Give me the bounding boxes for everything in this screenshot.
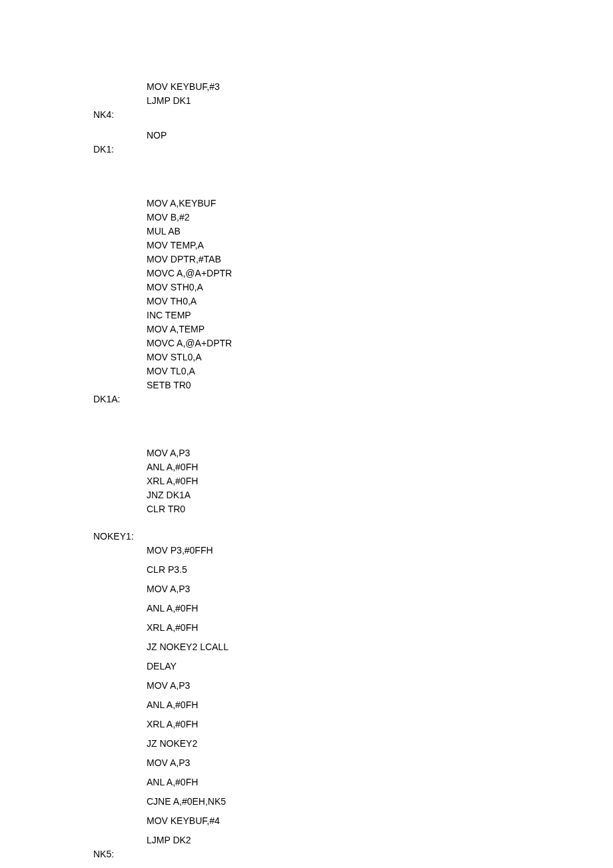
- code-instruction: MOV TEMP,A: [147, 238, 613, 252]
- code-instruction: SETB TR0: [147, 378, 613, 392]
- code-label: NOKEY1:: [93, 530, 613, 544]
- code-instruction: JNZ DK1A: [147, 488, 613, 502]
- code-instruction: ANL A,#0FH: [147, 602, 613, 616]
- spacer: [93, 157, 613, 197]
- code-instruction: ANL A,#0FH: [147, 698, 613, 712]
- code-instruction: INC TEMP: [147, 308, 613, 322]
- code-instruction: MOV B,#2: [147, 211, 613, 224]
- code-label: NK5:: [93, 847, 613, 861]
- spacer: [93, 122, 613, 129]
- spacer: [93, 693, 613, 698]
- code-instruction: MOVC A,@A+DPTR: [147, 266, 613, 280]
- code-instruction: MOV A,P3: [147, 756, 613, 770]
- code-instruction: MOV TH0,A: [147, 294, 613, 308]
- code-instruction: JZ NOKEY2 LCALL: [147, 640, 613, 654]
- code-instruction: MOV A,KEYBUF: [147, 197, 613, 211]
- spacer: [93, 712, 613, 717]
- spacer: [93, 828, 613, 833]
- code-instruction: MOV A,P3: [147, 679, 613, 693]
- code-instruction: MOV P3,#0FFH: [147, 544, 613, 558]
- code-instruction: JZ NOKEY2: [147, 737, 613, 751]
- code-instruction: MOV KEYBUF,#4: [147, 814, 613, 828]
- code-instruction: NOP: [147, 129, 613, 143]
- code-instruction: MOV TL0,A: [147, 364, 613, 378]
- code-instruction: CJNE A,#0EH,NK5: [147, 795, 613, 809]
- spacer: [93, 770, 613, 775]
- code-instruction: ANL A,#0FH: [147, 460, 613, 474]
- spacer: [93, 751, 613, 756]
- code-instruction: XRL A,#0FH: [147, 717, 613, 731]
- spacer: [93, 516, 613, 530]
- code-label: DK1A:: [93, 392, 613, 406]
- spacer: [93, 809, 613, 814]
- assembly-code-listing: MOV KEYBUF,#3LJMP DK1NK4:NOPDK1:MOV A,KE…: [93, 80, 613, 861]
- code-instruction: MUL AB: [147, 224, 613, 238]
- spacer: [93, 731, 613, 737]
- spacer: [93, 635, 613, 640]
- code-instruction: MOV A,P3: [147, 582, 613, 596]
- spacer: [93, 406, 613, 446]
- spacer: [93, 558, 613, 563]
- code-instruction: MOV STL0,A: [147, 350, 613, 364]
- code-instruction: MOV A,TEMP: [147, 322, 613, 336]
- code-label: DK1:: [93, 143, 613, 157]
- code-instruction: XRL A,#0FH: [147, 474, 613, 488]
- spacer: [93, 577, 613, 582]
- code-instruction: MOV STH0,A: [147, 280, 613, 294]
- code-instruction: LJMP DK2: [147, 833, 613, 847]
- code-instruction: MOV KEYBUF,#3: [147, 80, 613, 94]
- spacer: [93, 616, 613, 621]
- code-label: NK4:: [93, 108, 613, 122]
- code-instruction: ANL A,#0FH: [147, 775, 613, 789]
- code-instruction: DELAY: [147, 659, 613, 673]
- spacer: [93, 789, 613, 795]
- code-instruction: LJMP DK1: [147, 94, 613, 108]
- code-instruction: MOVC A,@A+DPTR: [147, 336, 613, 350]
- code-instruction: MOV DPTR,#TAB: [147, 252, 613, 266]
- code-instruction: CLR P3.5: [147, 563, 613, 577]
- spacer: [93, 596, 613, 602]
- spacer: [93, 654, 613, 659]
- code-instruction: CLR TR0: [147, 502, 613, 516]
- spacer: [93, 673, 613, 679]
- code-instruction: MOV A,P3: [147, 446, 613, 460]
- code-instruction: XRL A,#0FH: [147, 621, 613, 635]
